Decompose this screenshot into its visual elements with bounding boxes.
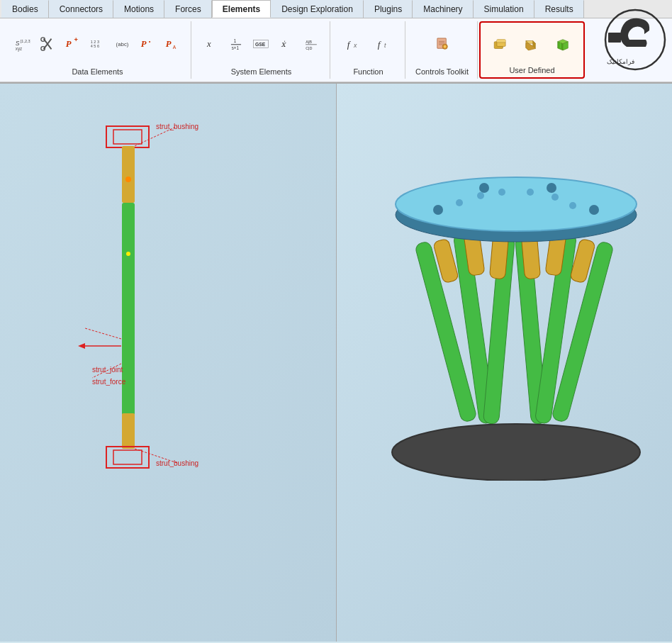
svg-text:ẋ: ẋ: [281, 40, 286, 48]
system-matrix-icon[interactable]: A|BC|D: [300, 34, 323, 54]
function-label: Function: [353, 67, 383, 76]
data-elements-label: Data Elements: [72, 67, 123, 76]
svg-point-82: [396, 177, 637, 231]
ribbon-group-system-elements: x 1s+1 GSE ẋ A|BC|D: [193, 21, 330, 79]
controls-toolkit-icons: [425, 23, 459, 65]
svg-point-63: [126, 252, 130, 256]
svg-rect-38: [444, 47, 445, 48]
svg-text:GSE: GSE: [255, 42, 266, 47]
svg-rect-54: [113, 130, 142, 144]
user-defined-label: User Defined: [509, 66, 554, 74]
tab-elements[interactable]: Elements: [212, 0, 271, 18]
data-element-grid-icon[interactable]: 1 2 34 5 6: [86, 34, 109, 54]
function-fx-icon[interactable]: fx: [339, 30, 367, 58]
tab-bodies[interactable]: Bodies: [1, 0, 49, 18]
tab-results[interactable]: Results: [534, 0, 584, 18]
svg-text:+: +: [74, 36, 79, 43]
system-xdot-icon[interactable]: ẋ: [275, 34, 298, 54]
ribbon: S[1,2,3]xyz P+ 1 2 34 5 6 (abc): [0, 18, 672, 82]
system-fraction-icon[interactable]: 1s+1: [225, 34, 247, 54]
svg-point-68: [392, 424, 640, 481]
system-elements-icons: x 1s+1 GSE ẋ A|BC|D: [200, 23, 323, 65]
tab-machinery[interactable]: Machinery: [413, 0, 473, 18]
tab-motions[interactable]: Motions: [113, 0, 164, 18]
svg-text:t: t: [384, 42, 386, 49]
system-gse-icon[interactable]: GSE: [250, 34, 272, 54]
svg-rect-37: [444, 44, 445, 45]
label-strut-force: strut_force: [92, 378, 125, 386]
svg-point-88: [569, 202, 576, 209]
platform-svg: [374, 98, 658, 481]
svg-text:1 2 3: 1 2 3: [91, 40, 99, 44]
tab-connectors[interactable]: Connectors: [49, 0, 113, 18]
svg-text:P: P: [166, 39, 172, 49]
svg-text:A|B: A|B: [306, 40, 312, 44]
svg-point-84: [477, 192, 484, 199]
data-p-dot-icon[interactable]: P•: [136, 34, 159, 54]
toolbar-area: Bodies Connectors Motions Forces Element…: [0, 0, 672, 84]
logo-icon: فرامکانیک: [600, 6, 667, 73]
tab-forces[interactable]: Forces: [164, 0, 212, 18]
ribbon-group-data-elements: S[1,2,3]xyz P+ 1 2 34 5 6 (abc): [4, 21, 191, 79]
svg-text:C|D: C|D: [306, 45, 312, 50]
svg-rect-58: [122, 413, 135, 449]
stewart-platform: [374, 98, 644, 474]
data-elements-icons: S[1,2,3]xyz P+ 1 2 34 5 6 (abc): [11, 23, 184, 65]
label-strut-bushing-top: strut_bushing: [156, 123, 198, 130]
data-element-abc-icon[interactable]: (abc): [111, 34, 134, 54]
svg-text:P: P: [141, 39, 147, 49]
ribbon-group-function: fx ft Function: [332, 21, 405, 79]
main-content: strut_bushing strut_joint strut_force st…: [0, 84, 672, 642]
viewport-right[interactable]: [337, 84, 673, 642]
scissors-icon[interactable]: [36, 34, 59, 54]
svg-text:f: f: [347, 39, 352, 50]
data-pa-icon[interactable]: PA: [161, 34, 184, 54]
function-ft-icon[interactable]: ft: [369, 30, 398, 58]
system-x-icon[interactable]: x: [200, 34, 223, 54]
tab-plugins[interactable]: Plugins: [364, 0, 413, 18]
svg-rect-43: [497, 39, 505, 42]
svg-text:f: f: [378, 39, 382, 50]
svg-rect-1: [608, 33, 621, 43]
user-defined-box2-icon[interactable]: [517, 32, 544, 57]
svg-point-86: [527, 189, 534, 196]
tab-simulation[interactable]: Simulation: [474, 0, 534, 18]
user-defined-green-box-icon[interactable]: [549, 32, 576, 57]
svg-text:•: •: [149, 38, 151, 45]
strut-assembly: strut_bushing strut_joint strut_force st…: [57, 112, 184, 466]
user-defined-box1-icon[interactable]: [488, 32, 515, 57]
function-icons: fx ft: [339, 23, 398, 65]
user-defined-icons: [488, 26, 576, 63]
label-strut-bushing-bottom: strut_bushing: [156, 459, 198, 467]
svg-text:A: A: [173, 44, 177, 49]
controls-toolkit-main-icon[interactable]: [425, 28, 459, 60]
svg-point-92: [589, 205, 599, 215]
svg-text:4 5 6: 4 5 6: [91, 44, 99, 48]
data-p-plus-icon[interactable]: P+: [61, 34, 84, 54]
svg-text:x: x: [206, 39, 211, 49]
logo-area: فرامکانیک: [594, 0, 672, 78]
data-element-s123-icon[interactable]: S[1,2,3]xyz: [11, 34, 34, 54]
svg-point-85: [498, 189, 505, 196]
svg-marker-62: [78, 343, 85, 349]
svg-text:[1,2,3]: [1,2,3]: [21, 39, 30, 43]
viewport-left[interactable]: strut_bushing strut_joint strut_force st…: [0, 84, 337, 642]
svg-rect-40: [446, 45, 447, 47]
svg-point-89: [433, 205, 443, 215]
svg-point-91: [547, 183, 556, 193]
svg-text:s+1: s+1: [232, 45, 240, 50]
svg-point-36: [443, 45, 446, 47]
svg-point-56: [125, 177, 131, 182]
system-elements-label: System Elements: [231, 67, 292, 76]
svg-point-83: [456, 199, 463, 206]
svg-point-90: [479, 183, 489, 193]
tab-design-exploration[interactable]: Design Exploration: [271, 0, 364, 18]
svg-rect-39: [442, 45, 443, 47]
svg-line-67: [85, 328, 121, 339]
label-strut-joint: strut_joint: [92, 366, 123, 374]
brand-text: فرامکانیک: [607, 58, 634, 66]
svg-rect-55: [122, 146, 135, 203]
ribbon-group-controls-toolkit: Controls Toolkit: [407, 21, 478, 79]
svg-text:x: x: [353, 42, 357, 49]
svg-text:1: 1: [234, 38, 237, 43]
